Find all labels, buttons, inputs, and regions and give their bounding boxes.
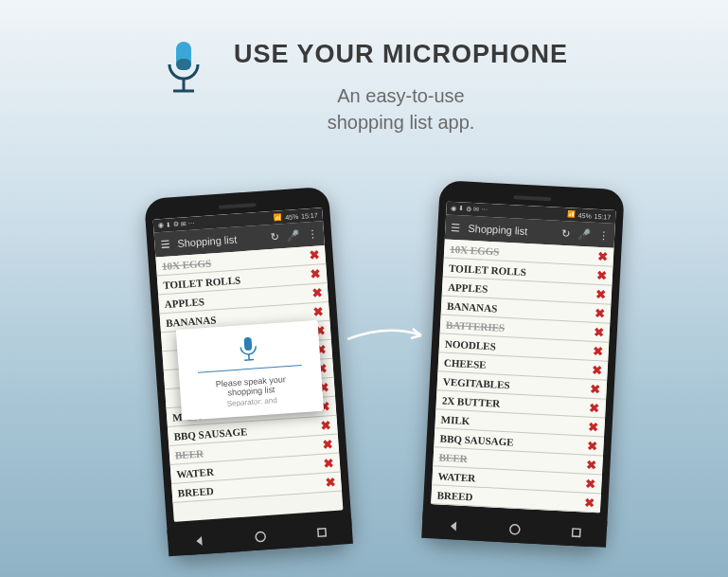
delete-icon[interactable]: ✖: [587, 438, 598, 454]
phone-speaker: [218, 203, 256, 209]
delete-icon[interactable]: ✖: [309, 247, 320, 263]
svg-line-6: [244, 360, 254, 361]
microphone-icon: [160, 40, 207, 106]
status-icons-left: ◉ ⬇ ⚙ ✉ ⋯: [158, 220, 195, 230]
svg-point-7: [255, 532, 265, 542]
svg-rect-1: [176, 59, 191, 70]
appbar-title: Shopping list: [177, 232, 264, 249]
phone-left: ◉ ⬇ ⚙ ✉ ⋯ 📶45%15:17 ☰ Shopping list ↻ 🎤 …: [144, 187, 353, 557]
shopping-list-right: 10X EGGS✖TOILET ROLLS✖APPLES✖BANANAS✖BAT…: [431, 239, 613, 513]
android-navbar: [167, 517, 352, 557]
battery-label: 45%: [578, 211, 592, 219]
status-icons-left: ◉ ⬇ ⚙ ✉ ⋯: [451, 205, 488, 214]
delete-icon[interactable]: ✖: [588, 419, 599, 435]
clock-label: 15:17: [301, 211, 318, 219]
delete-icon[interactable]: ✖: [584, 495, 595, 511]
wifi-icon: 📶: [567, 210, 576, 218]
delete-icon[interactable]: ✖: [311, 285, 323, 301]
more-icon[interactable]: ⋮: [308, 227, 319, 241]
delete-icon[interactable]: ✖: [589, 400, 600, 416]
delete-icon[interactable]: ✖: [312, 304, 324, 320]
home-icon[interactable]: [253, 530, 267, 544]
svg-point-9: [509, 525, 520, 535]
delete-icon[interactable]: ✖: [594, 305, 605, 321]
delete-icon[interactable]: ✖: [585, 476, 596, 492]
delete-icon[interactable]: ✖: [591, 362, 602, 378]
arrow-icon: [346, 322, 431, 351]
delete-icon[interactable]: ✖: [323, 455, 334, 471]
delete-icon[interactable]: ✖: [593, 324, 604, 340]
svg-rect-8: [317, 529, 326, 537]
delete-icon[interactable]: ✖: [596, 267, 608, 283]
phone-screen-right: ◉ ⬇ ⚙ ✉ ⋯ 📶45%15:17 ☰ Shopping list ↻ 🎤 …: [431, 202, 616, 514]
clock-label: 15:17: [595, 212, 612, 220]
android-navbar: [421, 512, 607, 548]
delete-icon[interactable]: ✖: [586, 457, 597, 473]
menu-icon[interactable]: ☰: [160, 238, 170, 251]
delete-icon[interactable]: ✖: [310, 266, 321, 282]
phone-screen-left: ◉ ⬇ ⚙ ✉ ⋯ 📶45%15:17 ☰ Shopping list ↻ 🎤 …: [153, 207, 344, 522]
delete-icon[interactable]: ✖: [592, 343, 603, 359]
svg-rect-4: [243, 337, 252, 352]
back-icon[interactable]: [446, 519, 460, 533]
back-icon[interactable]: [191, 534, 205, 549]
delete-icon[interactable]: ✖: [597, 248, 609, 264]
delete-icon[interactable]: ✖: [321, 418, 332, 434]
wifi-icon: 📶: [274, 213, 283, 222]
phone-speaker: [513, 195, 551, 201]
menu-icon[interactable]: ☰: [451, 221, 461, 234]
refresh-icon[interactable]: ↻: [271, 230, 280, 243]
voice-popup[interactable]: Please speak yourshopping list Separator…: [176, 320, 324, 421]
delete-icon[interactable]: ✖: [590, 381, 601, 397]
mic-icon[interactable]: 🎤: [287, 228, 301, 242]
delete-icon[interactable]: ✖: [322, 436, 333, 452]
mic-icon[interactable]: 🎤: [577, 227, 592, 241]
page-title: USE YOUR MICROPHONE: [234, 40, 568, 69]
delete-icon[interactable]: ✖: [595, 286, 607, 302]
home-icon[interactable]: [507, 522, 522, 536]
header: USE YOUR MICROPHONE An easy-to-useshoppi…: [0, 0, 728, 135]
more-icon[interactable]: ⋮: [598, 228, 610, 242]
phone-right: ◉ ⬇ ⚙ ✉ ⋯ 📶45%15:17 ☰ Shopping list ↻ 🎤 …: [421, 180, 625, 548]
appbar-title: Shopping list: [468, 223, 555, 239]
recents-icon[interactable]: [569, 526, 583, 540]
popup-mic-icon: [237, 335, 259, 363]
delete-icon[interactable]: ✖: [325, 474, 336, 490]
svg-rect-10: [572, 529, 579, 536]
page-subtitle: An easy-to-useshopping list app.: [234, 82, 568, 135]
recents-icon[interactable]: [314, 526, 328, 540]
refresh-icon[interactable]: ↻: [561, 226, 571, 239]
battery-label: 45%: [285, 212, 298, 220]
